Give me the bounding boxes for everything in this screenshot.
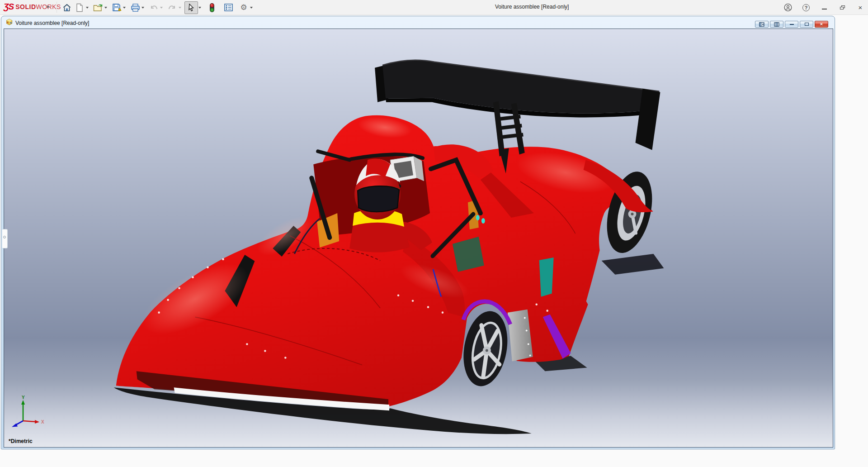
app-window-title: Voiture assomblee [Read-only] xyxy=(495,4,569,10)
document-minimize-button[interactable] xyxy=(785,21,798,28)
document-close-button[interactable]: × xyxy=(815,21,828,28)
expand-pane-icon xyxy=(774,22,779,27)
select-cursor-icon xyxy=(186,3,196,13)
teal-side-window xyxy=(539,257,554,297)
reference-triad: Y X xyxy=(9,395,47,428)
pane-tab-knob-icon xyxy=(3,236,6,238)
home-icon xyxy=(62,3,72,13)
document-window-buttons: × xyxy=(755,21,828,28)
redo-caret-icon xyxy=(179,7,181,9)
document-restore-button[interactable] xyxy=(800,21,813,28)
app-titlebar: ƷS SOLIDWORKS ▸ ! xyxy=(0,0,868,15)
redo-icon xyxy=(167,3,177,13)
undo-icon xyxy=(149,3,159,13)
app-window-controls: ? × xyxy=(784,0,864,15)
save-caret-icon[interactable] xyxy=(123,7,126,9)
ds-logo-mark: ƷS xyxy=(4,2,14,12)
document-titlebar[interactable]: Voiture assomblee [Read-only] × xyxy=(1,16,835,29)
brand-name: SOLIDWORKS xyxy=(15,3,61,10)
toolbar-separator xyxy=(57,2,57,13)
new-document-button[interactable] xyxy=(73,1,92,14)
graphics-viewport[interactable]: Y X *Dimetric xyxy=(4,29,833,448)
properties-list-icon xyxy=(223,3,233,13)
account-icon[interactable] xyxy=(784,4,792,12)
document-window: Voiture assomblee [Read-only] × xyxy=(1,16,835,449)
options-caret-icon[interactable] xyxy=(250,7,253,9)
triad-x-label: X xyxy=(41,419,44,424)
options-gear-icon: ⚙ xyxy=(239,3,249,13)
open-caret-icon[interactable] xyxy=(104,7,107,9)
triad-y-label: Y xyxy=(22,395,25,400)
print-button[interactable] xyxy=(129,1,147,14)
performance-evaluation-traffic-light-icon xyxy=(207,3,217,13)
select-tool-button[interactable] xyxy=(184,1,198,14)
svg-text:!: ! xyxy=(119,8,120,11)
properties-button[interactable] xyxy=(222,1,235,14)
expand-pane-button[interactable] xyxy=(770,21,783,28)
close-button[interactable]: × xyxy=(856,4,864,12)
new-document-icon xyxy=(75,3,85,13)
print-icon xyxy=(130,3,140,13)
help-icon[interactable]: ? xyxy=(802,4,810,12)
print-caret-icon[interactable] xyxy=(142,7,144,9)
cyan-light xyxy=(476,215,480,220)
document-title: Voiture assomblee [Read-only] xyxy=(15,20,89,26)
save-icon: ! xyxy=(112,3,122,13)
minimize-icon xyxy=(790,24,794,25)
assembly-cube-icon xyxy=(6,19,13,27)
collapse-pane-button[interactable] xyxy=(755,21,769,28)
minimize-button[interactable] xyxy=(820,4,828,12)
front-wheel[interactable] xyxy=(458,301,513,390)
feature-pane-collapsed-tab[interactable] xyxy=(2,229,8,248)
open-button[interactable] xyxy=(92,1,110,14)
new-document-caret-icon[interactable] xyxy=(86,7,89,9)
open-folder-icon xyxy=(93,3,103,13)
select-tool-caret-icon[interactable] xyxy=(198,7,201,9)
helmet-visor xyxy=(358,186,399,212)
close-icon: × xyxy=(820,22,823,27)
redo-button xyxy=(166,1,184,14)
quick-access-toolbar: ! xyxy=(61,0,256,15)
solidworks-logo: ƷS SOLIDWORKS xyxy=(4,2,61,12)
save-button[interactable]: ! xyxy=(110,1,129,14)
restore-button[interactable] xyxy=(838,4,846,12)
restore-icon xyxy=(805,23,809,26)
logo-flyout-arrow-icon[interactable]: ▸ xyxy=(47,3,50,10)
car-3d-model xyxy=(4,29,833,447)
collapse-pane-icon xyxy=(759,22,764,27)
cyan-light xyxy=(481,218,485,224)
options-button[interactable]: ⚙ xyxy=(237,1,256,14)
home-button[interactable] xyxy=(61,1,73,14)
view-orientation-label: *Dimetric xyxy=(9,438,33,444)
undo-caret-icon xyxy=(160,7,163,9)
undo-button xyxy=(147,1,166,14)
performance-evaluation-button[interactable] xyxy=(206,1,218,14)
